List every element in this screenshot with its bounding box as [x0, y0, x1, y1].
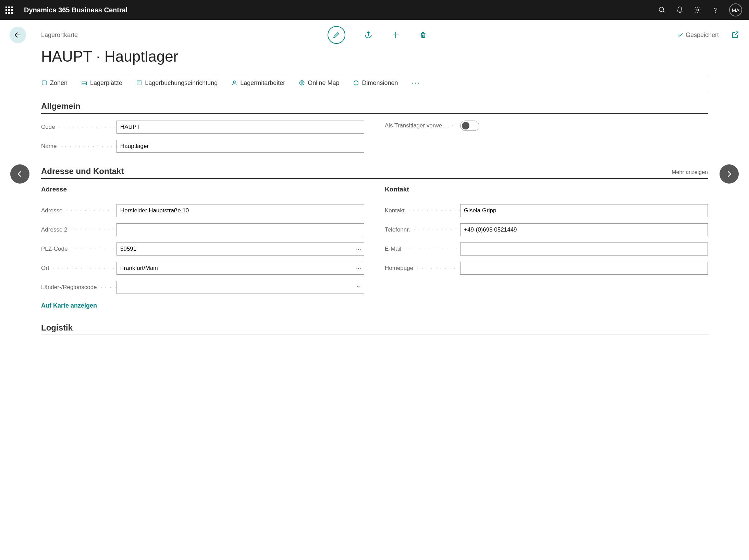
user-initials: MA: [732, 7, 740, 13]
tab-lagermitarbeiter[interactable]: Lagermitarbeiter: [231, 79, 285, 87]
input-code[interactable]: [116, 121, 364, 134]
svg-rect-7: [42, 81, 46, 85]
tab-dimensionen[interactable]: Dimensionen: [353, 79, 398, 87]
settings-icon[interactable]: [693, 6, 702, 14]
action-tabs: Zonen Lagerplätze Lagerbuchungseinrichtu…: [41, 75, 708, 91]
label-kontakt: Kontakt: [385, 207, 460, 214]
subheading-kontakt: Kontakt: [385, 186, 708, 193]
tab-online-map[interactable]: Online Map: [299, 79, 339, 87]
show-more-link[interactable]: Mehr anzeigen: [672, 169, 708, 175]
input-telefon[interactable]: [460, 223, 708, 236]
lookup-ort-icon[interactable]: ···: [356, 265, 361, 272]
search-icon[interactable]: [658, 6, 666, 14]
help-icon[interactable]: [711, 6, 720, 14]
svg-point-2: [697, 9, 699, 11]
section-allgemein-title: Allgemein: [41, 101, 708, 114]
label-name: Name: [41, 143, 116, 150]
share-icon[interactable]: [364, 30, 373, 39]
label-email: E-Mail: [385, 246, 460, 252]
svg-line-1: [663, 11, 665, 13]
section-logistik-title: Logistik: [41, 323, 708, 335]
label-plz: PLZ-Code: [41, 246, 116, 252]
input-name[interactable]: [116, 140, 364, 153]
topbar: Dynamics 365 Business Central MA: [0, 0, 749, 20]
input-plz[interactable]: ···: [116, 242, 364, 256]
input-adresse[interactable]: [116, 204, 364, 217]
next-record-button[interactable]: [720, 164, 739, 184]
app-title: Dynamics 365 Business Central: [24, 6, 127, 14]
label-transitlager: Als Transitlager verwe…: [385, 122, 460, 129]
label-telefon: Telefonnr.: [385, 226, 460, 233]
prev-record-button[interactable]: [10, 164, 29, 184]
toggle-transitlager[interactable]: [460, 121, 479, 131]
section-adresse-kontakt-title: Adresse und Kontakt Mehr anzeigen: [41, 166, 708, 179]
app-launcher-icon[interactable]: [3, 4, 15, 16]
label-adresse2: Adresse 2: [41, 226, 116, 233]
input-ort[interactable]: ···: [116, 262, 364, 275]
label-homepage: Homepage: [385, 265, 460, 272]
svg-point-0: [659, 7, 664, 12]
page-title: HAUPT · Hauptlager: [41, 48, 708, 65]
notifications-icon[interactable]: [676, 6, 684, 14]
label-adresse: Adresse: [41, 207, 116, 214]
label-code: Code: [41, 124, 116, 130]
input-email[interactable]: [460, 242, 708, 256]
new-icon[interactable]: [391, 30, 400, 39]
svg-point-11: [233, 81, 235, 83]
back-button[interactable]: [10, 27, 26, 43]
label-land: Länder-/Regionscode: [41, 284, 116, 291]
saved-status: Gespeichert: [677, 32, 719, 39]
input-homepage[interactable]: [460, 262, 708, 275]
label-ort: Ort: [41, 265, 116, 272]
delete-icon[interactable]: [419, 30, 428, 39]
tab-lagerbuchungseinrichtung[interactable]: Lagerbuchungseinrichtung: [136, 79, 218, 87]
tab-more-icon[interactable]: ···: [412, 78, 420, 87]
tab-lagerplaetze[interactable]: Lagerplätze: [81, 79, 122, 87]
show-on-map-link[interactable]: Auf Karte anzeigen: [41, 302, 364, 309]
open-new-window-icon[interactable]: [730, 30, 739, 39]
edit-button[interactable]: [328, 26, 345, 44]
user-avatar[interactable]: MA: [729, 3, 742, 16]
input-land[interactable]: [116, 281, 364, 294]
chevron-down-icon[interactable]: [356, 284, 361, 291]
input-adresse2[interactable]: [116, 223, 364, 236]
subheading-adresse: Adresse: [41, 186, 364, 193]
lookup-plz-icon[interactable]: ···: [356, 246, 361, 253]
breadcrumb: Lagerortkarte: [41, 32, 78, 39]
input-kontakt[interactable]: [460, 204, 708, 217]
svg-point-3: [715, 12, 715, 12]
tab-zonen[interactable]: Zonen: [41, 79, 67, 87]
